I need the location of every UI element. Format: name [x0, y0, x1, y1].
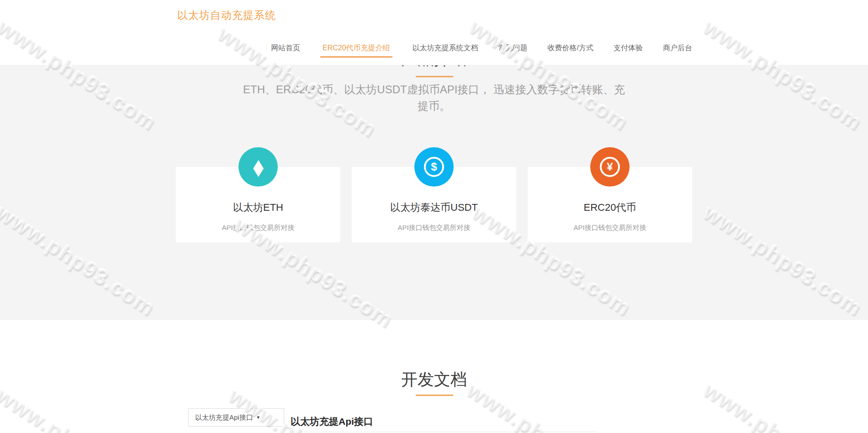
usdt-dollar-coin-icon: $: [414, 147, 454, 187]
hero-description-line2: 提币。: [0, 98, 868, 114]
api-doc-heading: 以太坊充提Api接口: [291, 415, 373, 428]
card-subtitle: API接口钱包交易所对接: [176, 224, 340, 232]
content-top-divider: [289, 432, 598, 432]
erc20-yuan-coin-icon: ¥: [590, 147, 630, 187]
card-eth[interactable]: ◆ 以太坊ETH API接口钱包交易所对接: [176, 167, 340, 242]
hero-description: ETH、ERC20代币、以太坊USDT虚拟币API接口， 迅速接入数字货币转账、…: [0, 81, 868, 114]
nav-item-faq[interactable]: 常见问题: [498, 43, 528, 53]
nav-item-merchant[interactable]: 商户后台: [663, 43, 692, 53]
card-usdt[interactable]: $ 以太坊泰达币USDT API接口钱包交易所对接: [352, 167, 516, 242]
product-cards: ◆ 以太坊ETH API接口钱包交易所对接 $ 以太坊泰达币USDT API接口…: [176, 167, 692, 242]
docs-title-underline: [416, 395, 453, 396]
nav-item-home[interactable]: 网站首页: [271, 43, 300, 53]
card-erc20[interactable]: ¥ ERC20代币 API接口钱包交易所对接: [528, 167, 692, 242]
api-doc-dropdown-value: 以太坊充提Api接口: [195, 413, 253, 422]
nav-item-pricing[interactable]: 收费价格/方式: [548, 43, 593, 53]
site-logo[interactable]: 以太坊自动充提系统: [177, 8, 276, 22]
page: 产品介绍 ETH、ERC20代币、以太坊USDT虚拟币API接口， 迅速接入数字…: [0, 0, 868, 433]
card-subtitle: API接口钱包交易所对接: [528, 224, 692, 232]
hero-heading-underline: [416, 76, 453, 77]
nav-item-pay-demo[interactable]: 支付体验: [614, 43, 643, 53]
hero-description-line1: ETH、ERC20代币、以太坊USDT虚拟币API接口， 迅速接入数字货币转账、…: [0, 81, 868, 98]
nav-item-system-docs[interactable]: 以太坊充提系统文档: [413, 43, 478, 53]
dollar-glyph: $: [424, 157, 444, 177]
nav-item-erc20-intro[interactable]: ERC20代币充提介绍: [320, 43, 392, 58]
chevron-down-icon: ▼: [256, 415, 260, 420]
main-nav: 网站首页 ERC20代币充提介绍 以太坊充提系统文档 常见问题 收费价格/方式 …: [176, 43, 692, 58]
docs-section-title: 开发文档: [0, 369, 868, 391]
card-subtitle: API接口钱包交易所对接: [352, 224, 516, 232]
yuan-glyph: ¥: [600, 157, 620, 177]
eth-diamond-icon: ◆: [238, 147, 278, 187]
header: 以太坊自动充提系统 网站首页 ERC20代币充提介绍 以太坊充提系统文档 常见问…: [0, 0, 868, 65]
api-doc-dropdown[interactable]: 以太坊充提Api接口 ▼: [188, 408, 284, 427]
diamond-glyph: ◆: [253, 156, 264, 178]
